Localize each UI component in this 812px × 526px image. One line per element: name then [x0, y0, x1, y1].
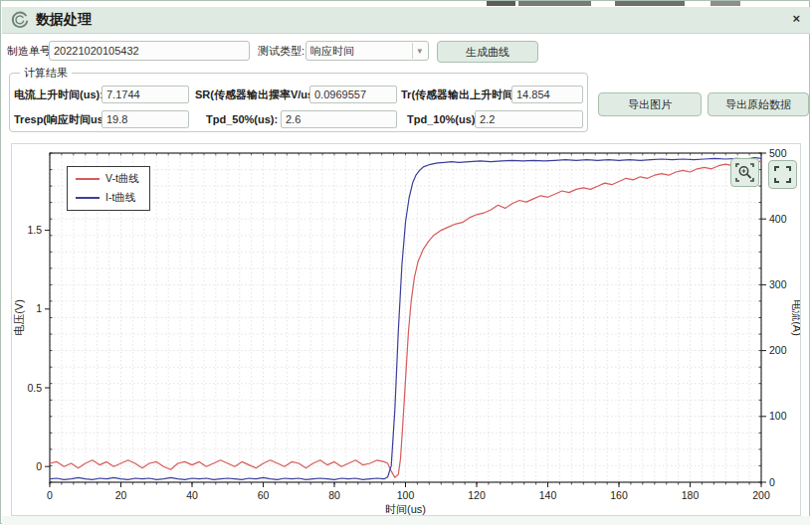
svg-text:60: 60 — [258, 489, 270, 501]
svg-text:1: 1 — [36, 302, 42, 314]
chart-panel: 02040608010012014016018020000.511.501002… — [11, 143, 801, 516]
svg-text:0: 0 — [47, 489, 53, 501]
svg-text:300: 300 — [769, 278, 787, 290]
export-raw-data-button[interactable]: 导出原始数据 — [708, 92, 809, 116]
svg-text:电压(V): 电压(V) — [13, 299, 25, 336]
svg-text:时间(us): 时间(us) — [385, 503, 426, 515]
legend-item: I-t曲线 — [76, 191, 139, 205]
titlebar: 数据处理 × — [2, 7, 810, 34]
legend-item: V-t曲线 — [76, 172, 139, 186]
svg-text:160: 160 — [610, 489, 628, 501]
slew-rate-input[interactable] — [309, 86, 397, 103]
fullscreen-icon[interactable] — [768, 160, 797, 189]
results-group-title: 计算结果 — [20, 66, 72, 81]
tpd10-input[interactable] — [475, 110, 583, 128]
slew-rate-label: SR(传感器输出摆率V/us): — [195, 86, 321, 103]
current-rise-time-label: 电流上升时间(us): — [14, 86, 103, 103]
background-window-artifact — [615, 1, 685, 6]
svg-text:200: 200 — [769, 344, 787, 356]
svg-text:电流(A): 电流(A) — [791, 299, 800, 336]
svg-text:0: 0 — [769, 476, 775, 488]
svg-text:40: 40 — [186, 489, 198, 501]
test-type-value: 响应时间 — [310, 42, 354, 60]
svg-text:180: 180 — [682, 489, 700, 501]
test-type-select[interactable]: 响应时间 ▾ — [305, 41, 429, 61]
test-type-label: 测试类型: — [258, 41, 304, 61]
export-image-button[interactable]: 导出图片 — [598, 92, 702, 116]
legend-label: I-t曲线 — [105, 191, 135, 205]
close-icon[interactable]: × — [792, 11, 800, 26]
svg-text:400: 400 — [769, 213, 787, 225]
background-window-artifact — [710, 1, 740, 6]
svg-text:0.5: 0.5 — [27, 382, 42, 394]
svg-text:140: 140 — [539, 489, 557, 501]
svg-text:200: 200 — [752, 489, 770, 501]
window-title: 数据处理 — [36, 11, 92, 29]
order-number-label: 制造单号: — [7, 41, 54, 61]
blue-line-sample — [76, 197, 100, 199]
generate-curve-button[interactable]: 生成曲线 — [437, 41, 538, 63]
bottom-strip — [2, 516, 810, 525]
background-window-artifact — [518, 1, 591, 6]
chevron-down-icon: ▾ — [412, 43, 426, 59]
current-rise-time-input[interactable] — [102, 86, 189, 103]
svg-text:0: 0 — [36, 460, 42, 472]
svg-text:80: 80 — [328, 489, 340, 501]
tpd50-input[interactable] — [281, 110, 397, 128]
svg-text:500: 500 — [769, 147, 787, 159]
data-processing-window: 数据处理 × 制造单号: 测试类型: 响应时间 ▾ 生成曲线 计算结果 电流上升… — [0, 0, 810, 524]
svg-text:100: 100 — [769, 410, 787, 422]
tpd50-label: Tpd_50%(us): — [206, 110, 278, 128]
order-number-input[interactable] — [49, 41, 250, 61]
chart-legend: V-t曲线 I-t曲线 — [67, 166, 150, 211]
tpd10-label: Tpd_10%(us): — [407, 110, 479, 128]
svg-text:100: 100 — [397, 489, 415, 501]
svg-text:20: 20 — [115, 489, 127, 501]
tresp-label: Tresp(响应时间us): — [14, 110, 110, 128]
zoom-in-magnifier-icon[interactable] — [730, 158, 759, 187]
results-groupbox: 计算结果 电流上升时间(us): SR(传感器输出摆率V/us): Tr(传感器… — [9, 73, 588, 132]
svg-text:120: 120 — [468, 489, 486, 501]
background-window-artifact — [487, 1, 515, 6]
legend-label: V-t曲线 — [105, 172, 139, 186]
tresp-input[interactable] — [102, 110, 189, 128]
svg-text:1.5: 1.5 — [27, 224, 42, 236]
swirl-logo-icon — [10, 10, 30, 30]
tr-rise-time-input[interactable] — [511, 86, 583, 103]
red-line-sample — [76, 178, 100, 180]
